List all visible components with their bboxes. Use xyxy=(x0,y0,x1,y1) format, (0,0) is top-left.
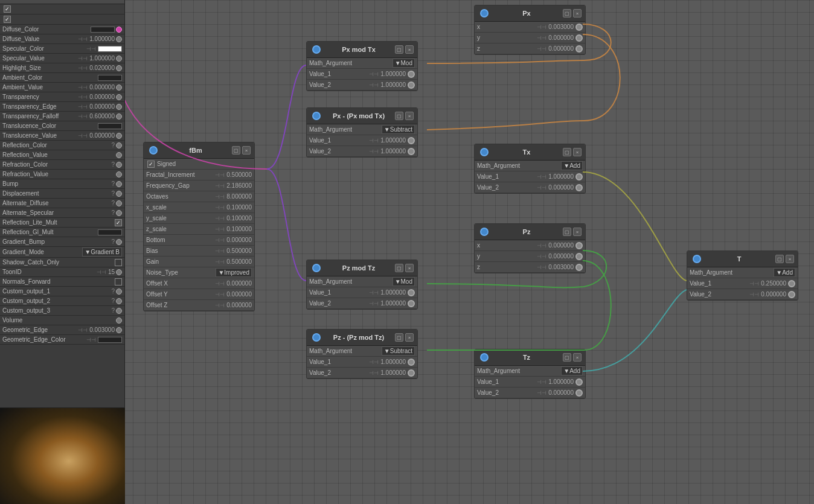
node-collapse-button[interactable]: ▢ xyxy=(395,112,403,120)
node-prop-socket[interactable] xyxy=(408,369,415,377)
node-output-socket[interactable] xyxy=(312,112,321,120)
prop-socket[interactable] xyxy=(116,200,122,206)
node-prop-socket[interactable] xyxy=(408,359,415,366)
prop-row-reflection-value[interactable]: Reflection_Value xyxy=(0,150,124,160)
node-prop-socket[interactable] xyxy=(408,300,415,307)
fireflv-root[interactable]: ✓ xyxy=(0,4,124,14)
prop-row-transparency[interactable]: Transparency⊣⊣0.000000 xyxy=(0,92,124,102)
prop-socket[interactable] xyxy=(116,317,122,324)
prop-socket[interactable] xyxy=(116,152,122,158)
node-close-button[interactable]: × xyxy=(405,45,414,54)
prop-socket[interactable] xyxy=(116,94,122,100)
prop-socket[interactable] xyxy=(116,269,122,275)
node-dropdown[interactable]: ▼Add xyxy=(561,366,583,375)
color-swatch[interactable] xyxy=(98,46,122,52)
node-prop-socket[interactable] xyxy=(575,34,583,42)
prop-row-reflection-gl-mult[interactable]: Reflection_Gl_Mult xyxy=(0,228,124,237)
node-close-button[interactable]: × xyxy=(573,353,582,362)
prop-row-custom-output-2[interactable]: Custom_output_2? xyxy=(0,296,124,306)
prop-row-ambient-value[interactable]: Ambient_Value⊣⊣0.000000 xyxy=(0,83,124,92)
node-collapse-button[interactable]: ▢ xyxy=(563,9,571,18)
node-prop-socket[interactable] xyxy=(408,71,415,78)
prop-socket[interactable] xyxy=(116,298,122,304)
node-collapse-button[interactable]: ▢ xyxy=(563,353,571,362)
node-prop-socket[interactable] xyxy=(575,173,583,180)
prop-row-geometric-edge-color[interactable]: Geometric_Edge_Color⊣⊣ xyxy=(0,335,124,345)
dropdown-value[interactable]: ▼Gradient B xyxy=(82,247,122,257)
node-prop-socket[interactable] xyxy=(575,242,583,249)
prop-socket[interactable] xyxy=(116,181,122,187)
prop-row-gradient-mode[interactable]: Gradient_Mode▼Gradient B xyxy=(0,247,124,258)
node-output-socket[interactable] xyxy=(480,9,489,18)
node-collapse-button[interactable]: ▢ xyxy=(775,255,784,263)
node-prop-socket[interactable] xyxy=(408,81,415,89)
prop-row-transparency-falloff[interactable]: Transparency_Falloff⊣⊣0.600000 xyxy=(0,112,124,121)
node-prop-socket[interactable] xyxy=(408,137,415,144)
prop-socket[interactable] xyxy=(116,85,122,91)
prop-row-custom-output-3[interactable]: Custom_output_3? xyxy=(0,306,124,316)
node-prop-socket[interactable] xyxy=(575,45,583,53)
node-prop-socket[interactable] xyxy=(575,264,583,271)
node-prop-socket[interactable] xyxy=(788,291,795,298)
node-prop-socket[interactable] xyxy=(575,24,583,31)
prop-socket[interactable] xyxy=(116,142,122,148)
prop-row-displacement[interactable]: Displacement? xyxy=(0,189,124,199)
node-close-button[interactable]: × xyxy=(573,148,582,156)
prop-socket[interactable] xyxy=(116,289,122,295)
node-prop-socket[interactable] xyxy=(575,389,583,397)
prop-socket[interactable] xyxy=(116,56,122,62)
prop-row-specular-value[interactable]: Specular_Value⊣⊣1.000000 xyxy=(0,54,124,63)
fireflv-checkbox[interactable]: ✓ xyxy=(4,5,11,13)
node-close-button[interactable]: × xyxy=(405,264,414,272)
prop-row-reflection-lite-mult[interactable]: Reflection_Lite_Mult✓ xyxy=(0,218,124,228)
node-output-socket[interactable] xyxy=(149,146,158,155)
node-output-socket[interactable] xyxy=(312,333,321,342)
prop-checkbox[interactable] xyxy=(115,259,122,266)
prop-socket[interactable] xyxy=(116,162,122,168)
node-dropdown[interactable]: ▼Subtract xyxy=(382,125,415,134)
node-prop-socket[interactable] xyxy=(408,289,415,296)
prop-socket[interactable] xyxy=(116,104,122,110)
prop-socket[interactable] xyxy=(116,36,122,42)
color-swatch[interactable] xyxy=(98,337,122,343)
node-prop-socket[interactable] xyxy=(575,253,583,260)
prop-row-highlight-size[interactable]: Highlight_Size⊣⊣0.020000 xyxy=(0,63,124,73)
prop-row-shadow-catch-only[interactable]: Shadow_Catch_Only xyxy=(0,258,124,267)
node-prop-socket[interactable] xyxy=(408,148,415,155)
node-collapse-button[interactable]: ▢ xyxy=(563,228,571,236)
node-output-socket[interactable] xyxy=(480,148,489,156)
superflv-root[interactable]: ✓ xyxy=(0,14,124,25)
prop-socket[interactable] xyxy=(116,191,122,197)
prop-row-geometric-edge[interactable]: Geometric_Edge⊣⊣0.003000 xyxy=(0,325,124,335)
node-collapse-button[interactable]: ▢ xyxy=(395,333,403,342)
prop-checkbox[interactable]: ✓ xyxy=(115,219,122,226)
prop-row-refraction-color[interactable]: Refraction_Color? xyxy=(0,160,124,170)
node-output-socket[interactable] xyxy=(312,264,321,272)
node-collapse-button[interactable]: ▢ xyxy=(232,146,240,155)
node-dropdown[interactable]: ▼Subtract xyxy=(382,346,415,356)
node-close-button[interactable]: × xyxy=(573,9,582,18)
node-output-socket[interactable] xyxy=(480,353,489,362)
color-swatch[interactable] xyxy=(98,229,122,235)
prop-row-refraction-value[interactable]: Refraction_Value xyxy=(0,170,124,179)
color-swatch[interactable] xyxy=(98,75,122,81)
prop-socket[interactable] xyxy=(116,210,122,216)
node-prop-socket[interactable] xyxy=(575,378,583,386)
prop-row-toonid[interactable]: ToonID⊣⊣15 xyxy=(0,267,124,277)
prop-row-diffuse-value[interactable]: Diffuse_Value⊣⊣1.000000 xyxy=(0,34,124,44)
prop-row-translucence-color[interactable]: Translucence_Color xyxy=(0,121,124,131)
node-output-socket[interactable] xyxy=(480,228,489,236)
node-close-button[interactable]: × xyxy=(573,228,582,236)
node-prop-checkbox[interactable]: ✓ xyxy=(147,161,155,168)
prop-socket[interactable] xyxy=(116,308,122,314)
prop-socket[interactable] xyxy=(116,113,122,120)
superflv-checkbox[interactable]: ✓ xyxy=(4,16,11,23)
prop-row-custom-output-1[interactable]: Custom_output_1? xyxy=(0,287,124,296)
node-prop-socket[interactable] xyxy=(788,280,795,287)
prop-row-gradient-bump[interactable]: Gradient_Bump? xyxy=(0,237,124,247)
node-close-button[interactable]: × xyxy=(405,333,414,342)
node-close-button[interactable]: × xyxy=(242,146,251,155)
node-collapse-button[interactable]: ▢ xyxy=(395,264,403,272)
prop-socket[interactable] xyxy=(116,65,122,71)
prop-row-bump[interactable]: Bump? xyxy=(0,179,124,189)
